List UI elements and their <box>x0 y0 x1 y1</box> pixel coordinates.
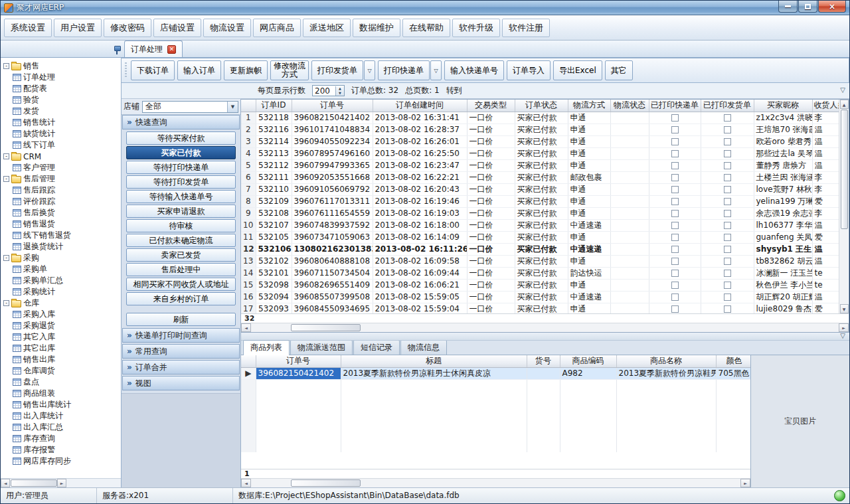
checkbox-icon[interactable] <box>724 150 731 157</box>
order-row[interactable]: 95321083960761116545592013-08-02 16:19:0… <box>241 207 839 219</box>
scroll-thumb[interactable] <box>11 479 57 487</box>
checkbox-icon[interactable] <box>724 258 731 265</box>
tree-item[interactable]: 售后换货 <box>3 207 121 218</box>
tree-item[interactable]: 采购退货 <box>3 320 121 331</box>
menu-item[interactable]: 网店商品 <box>253 19 301 37</box>
order-row[interactable]: 165320943960855073995082013-08-02 15:59:… <box>241 291 839 303</box>
menu-item[interactable]: 店铺设置 <box>153 19 201 37</box>
checkbox-icon[interactable] <box>671 126 679 133</box>
pin-icon[interactable] <box>112 44 122 55</box>
checkbox-icon[interactable] <box>724 162 731 169</box>
checkbox-icon[interactable] <box>671 282 679 289</box>
minimize-button[interactable] <box>778 1 798 13</box>
checkbox-icon[interactable] <box>671 258 679 265</box>
tree-folder[interactable]: -采购 <box>3 252 121 264</box>
expander-icon[interactable]: - <box>3 255 9 261</box>
checkbox-icon[interactable] <box>671 174 679 181</box>
orders-horizontal-scrollbar[interactable]: ◄ ► <box>241 323 849 332</box>
column-header[interactable]: 商品编码 <box>560 355 616 367</box>
rows-per-page-stepper[interactable]: 200 ▲▼ <box>312 85 345 96</box>
toolbar-button[interactable]: 下载订单 <box>131 60 175 80</box>
column-header[interactable]: 订单ID <box>256 100 292 112</box>
column-header[interactable]: 物流状态 <box>610 100 649 112</box>
checkbox-icon[interactable] <box>724 282 731 289</box>
detail-tab[interactable]: 物流信息 <box>400 340 447 355</box>
product-row[interactable]: ▶3960821504214022013夏季新款特价男凉鞋男士休闲真皮凉A982… <box>241 367 750 379</box>
quick-query-button[interactable]: 买家已付款 <box>126 146 236 159</box>
tree-folder[interactable]: -售后管理 <box>3 173 121 185</box>
detail-tab[interactable]: 短信记录 <box>353 340 400 355</box>
column-header[interactable]: 订单状态 <box>515 100 568 112</box>
order-row[interactable]: 55321123960799479933652013-08-02 16:23:4… <box>241 159 839 171</box>
checkbox-icon[interactable] <box>724 198 731 205</box>
tree-item[interactable]: 线下订单 <box>3 139 121 151</box>
filter-toggle-icon[interactable]: ▽ <box>840 86 845 94</box>
checkbox-icon[interactable] <box>671 162 679 169</box>
tree-item[interactable]: 其它入库 <box>3 331 121 343</box>
section-header[interactable]: »快递单打印时间查询 <box>122 328 240 343</box>
menu-item[interactable]: 在线帮助 <box>402 19 450 37</box>
order-row[interactable]: 145321013960711507345042013-08-02 16:09:… <box>241 267 839 279</box>
expander-icon[interactable]: - <box>3 153 9 159</box>
section-header[interactable]: »常用查询 <box>122 344 240 359</box>
checkbox-icon[interactable] <box>724 114 731 122</box>
order-row[interactable]: 105321073960748399375922013-08-02 16:18:… <box>241 219 839 231</box>
tree-item[interactable]: 库存报警 <box>3 444 121 456</box>
checkbox-icon[interactable] <box>724 138 731 145</box>
checkbox-icon[interactable] <box>671 150 679 157</box>
quick-query-button[interactable]: 等待打印快递单 <box>126 161 236 174</box>
checkbox-icon[interactable] <box>671 294 679 301</box>
scroll-down-icon[interactable]: ▼ <box>840 304 849 313</box>
scroll-up-icon[interactable]: ▲ <box>840 100 849 109</box>
tree-folder[interactable]: -仓库 <box>3 297 121 309</box>
maximize-button[interactable] <box>798 1 817 13</box>
tree-item[interactable]: 网店库存同步 <box>3 456 121 467</box>
tree-item[interactable]: 评价跟踪 <box>3 196 121 207</box>
menu-item[interactable]: 软件注册 <box>502 19 550 37</box>
tree-item[interactable]: 出入库统计 <box>3 410 121 422</box>
toolbar-button[interactable]: 其它 <box>605 60 633 80</box>
order-row[interactable]: 45321133960789574961602013-08-02 16:25:5… <box>241 147 839 159</box>
store-select[interactable]: 全部 ▼ <box>142 101 238 113</box>
product-horizontal-scrollbar[interactable]: ◄ ► <box>241 478 750 487</box>
scroll-right-icon[interactable]: ► <box>740 479 750 487</box>
tab-order-processing[interactable]: 订单处理 ✕ <box>124 41 183 57</box>
tree-item[interactable]: 销售统计 <box>3 117 121 128</box>
scroll-right-icon[interactable]: ► <box>839 323 849 332</box>
column-header[interactable]: 买家昵称 <box>754 100 812 112</box>
scroll-left-icon[interactable]: ◄ <box>241 479 251 487</box>
scroll-thumb[interactable] <box>841 110 848 229</box>
quick-query-button[interactable]: 已付款未确定物流 <box>126 234 236 247</box>
expander-icon[interactable]: - <box>3 300 9 306</box>
menu-item[interactable]: 系统设置 <box>4 19 52 37</box>
order-row[interactable]: 25321163961017410488342013-08-02 16:28:3… <box>241 124 839 135</box>
section-header[interactable]: »视图 <box>122 376 240 390</box>
tree-item[interactable]: 发货 <box>3 106 121 117</box>
expander-icon[interactable]: - <box>3 63 9 69</box>
menu-item[interactable]: 数据维护 <box>353 19 400 37</box>
column-header[interactable]: 物流方式 <box>568 100 610 112</box>
detail-tab[interactable]: 商品列表 <box>243 340 290 355</box>
quick-query-button[interactable]: 买家申请退款 <box>126 205 236 218</box>
order-row[interactable]: 65321113960920535516682013-08-02 16:22:2… <box>241 171 839 183</box>
scroll-right-icon[interactable]: ► <box>57 479 66 487</box>
panel-splitter[interactable]: ▽ <box>241 333 849 341</box>
order-row[interactable]: 135321023960806408881082013-08-02 16:09:… <box>241 255 839 267</box>
checkbox-icon[interactable] <box>724 210 731 217</box>
checkbox-icon[interactable] <box>671 114 679 122</box>
toolbar-button[interactable]: 订单导入 <box>507 60 551 80</box>
checkbox-icon[interactable] <box>671 186 679 193</box>
order-row[interactable]: 35321143960940550922342013-08-02 16:26:0… <box>241 135 839 147</box>
checkbox-icon[interactable] <box>671 270 679 277</box>
tree-item[interactable]: 采购单 <box>3 264 121 275</box>
toolbar-button[interactable]: 修改物流方式 <box>270 60 309 80</box>
tree-item[interactable]: 销售出库 <box>3 354 121 365</box>
order-row[interactable]: 15321183960821504214022013-08-02 16:31:4… <box>241 112 839 124</box>
collapse-toggle-icon[interactable]: ▽ <box>840 332 845 339</box>
toolbar-button[interactable]: 打印快递单 <box>378 60 430 80</box>
order-row[interactable]: 175320933960845509346952013-08-02 15:59:… <box>241 303 839 313</box>
tree-item[interactable]: 库存查询 <box>3 433 121 444</box>
checkbox-icon[interactable] <box>671 234 679 241</box>
detail-tab[interactable]: 物流派送范围 <box>290 340 353 355</box>
quick-query-button[interactable]: 售后处理中 <box>126 263 236 276</box>
